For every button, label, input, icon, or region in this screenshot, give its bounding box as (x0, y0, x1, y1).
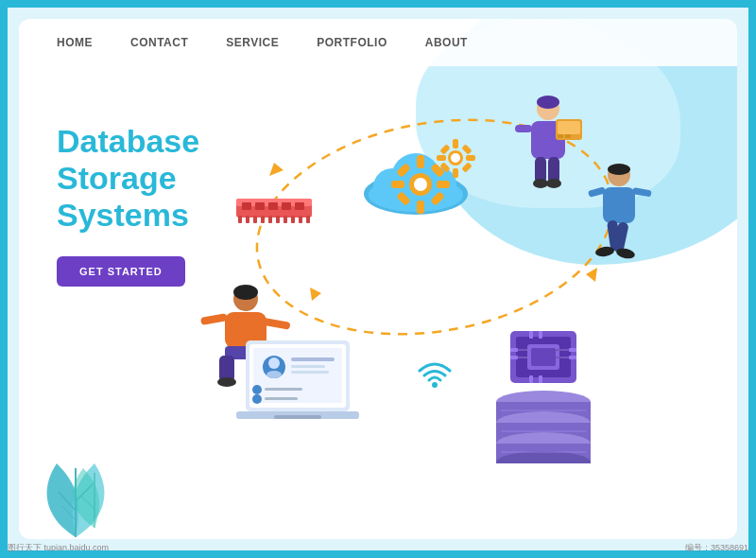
wifi-icon (416, 359, 454, 388)
svg-rect-13 (417, 201, 424, 214)
svg-rect-44 (291, 216, 295, 223)
svg-point-48 (537, 96, 559, 109)
svg-point-61 (608, 164, 630, 175)
svg-rect-86 (291, 365, 325, 368)
svg-rect-39 (253, 216, 257, 223)
svg-rect-73 (264, 318, 291, 330)
svg-point-58 (533, 179, 548, 188)
svg-rect-62 (603, 187, 635, 223)
database-cylinders (482, 331, 605, 454)
svg-rect-53 (558, 121, 580, 134)
person2-figure (586, 161, 662, 284)
svg-rect-102 (529, 331, 533, 339)
get-started-button[interactable]: GET STARTED (57, 256, 185, 287)
svg-rect-38 (246, 216, 249, 223)
svg-rect-23 (453, 168, 458, 178)
svg-rect-91 (265, 397, 298, 400)
svg-rect-43 (284, 216, 287, 223)
ram-stick-icon (236, 189, 312, 223)
navbar: HOME CONTACT SERVICE PORTFOLIO ABOUT (19, 19, 737, 66)
svg-rect-55 (565, 134, 571, 138)
svg-rect-18 (396, 191, 411, 206)
svg-marker-4 (310, 288, 321, 301)
svg-point-59 (546, 179, 561, 188)
svg-rect-87 (291, 371, 329, 374)
gear-small-icon (435, 137, 477, 180)
svg-rect-12 (417, 155, 424, 168)
svg-rect-104 (529, 375, 533, 383)
svg-rect-36 (295, 202, 304, 210)
watermark-right: 编号：35358691 (685, 542, 748, 554)
svg-marker-1 (269, 163, 284, 176)
svg-rect-25 (466, 155, 475, 161)
svg-rect-29 (461, 144, 472, 154)
svg-rect-17 (430, 191, 445, 206)
svg-rect-24 (437, 155, 446, 161)
nav-portfolio[interactable]: PORTFOLIO (317, 36, 387, 49)
svg-point-83 (268, 357, 280, 369)
svg-rect-54 (558, 134, 563, 138)
svg-rect-35 (282, 202, 291, 210)
svg-rect-46 (306, 216, 310, 223)
nav-home[interactable]: HOME (57, 36, 93, 49)
svg-rect-93 (274, 415, 321, 419)
laptop-icon (236, 340, 359, 435)
svg-rect-97 (531, 348, 556, 366)
watermark-left: 图行天下 tupian.baidu.com (8, 542, 109, 554)
svg-rect-45 (299, 216, 302, 223)
svg-rect-100 (569, 348, 576, 352)
svg-rect-32 (242, 202, 251, 210)
svg-rect-103 (539, 331, 542, 339)
nav-service[interactable]: SERVICE (226, 36, 279, 49)
svg-rect-37 (238, 216, 242, 223)
svg-rect-22 (453, 139, 458, 148)
svg-rect-27 (461, 162, 472, 172)
svg-rect-85 (291, 357, 335, 361)
svg-rect-42 (276, 216, 280, 223)
svg-rect-26 (439, 144, 450, 154)
svg-rect-72 (200, 313, 228, 325)
leaf-2-icon (66, 463, 123, 530)
svg-point-21 (451, 153, 460, 163)
svg-point-77 (217, 377, 236, 387)
svg-rect-98 (510, 348, 518, 352)
hero-content: Database Storage Systems GET STARTED (19, 66, 737, 539)
svg-rect-40 (261, 216, 265, 223)
svg-rect-50 (515, 125, 532, 132)
nav-about[interactable]: ABOUT (425, 36, 468, 49)
svg-rect-41 (268, 216, 272, 223)
svg-rect-99 (510, 356, 518, 359)
svg-point-122 (432, 382, 438, 388)
nav-contact[interactable]: CONTACT (130, 36, 188, 49)
svg-point-90 (252, 394, 262, 404)
watermark: 图行天下 tupian.baidu.com 编号：35358691 (0, 542, 756, 554)
svg-point-70 (233, 285, 258, 300)
svg-point-88 (252, 385, 262, 394)
svg-point-84 (266, 371, 282, 378)
person1-figure (510, 95, 586, 189)
svg-rect-33 (255, 202, 265, 210)
svg-rect-28 (439, 162, 450, 172)
svg-rect-16 (396, 163, 411, 178)
svg-rect-89 (265, 388, 302, 391)
svg-rect-105 (539, 375, 542, 383)
svg-rect-15 (437, 181, 450, 188)
svg-rect-34 (268, 202, 278, 210)
svg-rect-101 (569, 356, 576, 359)
main-card: HOME CONTACT SERVICE PORTFOLIO ABOUT Dat… (19, 19, 737, 539)
svg-rect-14 (391, 181, 404, 188)
svg-point-11 (414, 178, 427, 191)
